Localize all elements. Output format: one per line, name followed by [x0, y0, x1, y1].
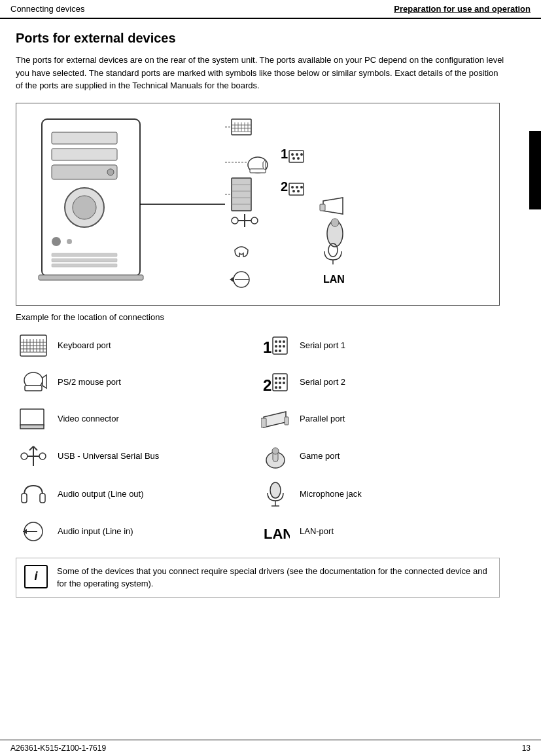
svg-rect-98 — [20, 425, 44, 429]
svg-point-31 — [292, 157, 295, 160]
svg-point-90 — [279, 377, 281, 380]
header: Connecting devices Preparation for use a… — [0, 0, 541, 19]
svg-text:2: 2 — [263, 376, 271, 394]
ps2-label: PS/2 mouse port — [58, 377, 121, 387]
icon-row-game: Game port — [258, 437, 500, 475]
svg-point-77 — [279, 340, 281, 343]
footer: A26361-K515-Z100-1-7619 13 — [0, 740, 541, 756]
svg-rect-34 — [289, 183, 304, 195]
svg-point-38 — [292, 190, 295, 192]
svg-point-113 — [270, 482, 281, 498]
header-right: Preparation for use and operation — [394, 4, 531, 14]
svg-point-76 — [275, 340, 277, 343]
svg-point-36 — [296, 186, 298, 189]
page-title: Ports for external devices — [16, 31, 525, 46]
svg-point-80 — [279, 345, 281, 348]
svg-rect-9 — [52, 253, 117, 257]
header-left: Connecting devices — [10, 4, 84, 14]
serial1-label: Serial port 1 — [300, 340, 345, 350]
lan-label: LAN-port — [300, 526, 334, 536]
icon-row-usb: USB - Universal Serial Bus — [16, 437, 258, 475]
svg-point-95 — [275, 386, 277, 389]
game-label: Game port — [300, 451, 340, 461]
svg-point-110 — [272, 448, 279, 454]
lan-icon: LAN — [258, 519, 293, 544]
mic-icon — [258, 480, 293, 509]
icon-row-ps2: PS/2 mouse port — [16, 364, 258, 401]
svg-point-32 — [297, 157, 300, 160]
svg-point-30 — [300, 153, 303, 156]
diagram-box: 1 2 — [16, 103, 500, 306]
video-label: Video connector — [58, 414, 119, 423]
keyboard-icon — [16, 334, 51, 357]
audio-out-icon — [16, 480, 51, 508]
svg-point-29 — [296, 153, 298, 156]
note-icon: i — [24, 565, 48, 588]
svg-point-105 — [39, 453, 46, 459]
svg-marker-86 — [43, 375, 46, 388]
usb-label: USB - Universal Serial Bus — [58, 451, 159, 461]
main-content: Ports for external devices The ports for… — [0, 19, 541, 740]
svg-rect-2 — [52, 149, 117, 160]
icons-section: Keyboard port 1 — [16, 327, 500, 550]
footer-right: 13 — [522, 744, 531, 753]
icon-row-parallel: Parallel port — [258, 401, 500, 437]
svg-rect-111 — [22, 494, 27, 503]
svg-point-28 — [291, 153, 294, 156]
diagram-caption: Example for the location of connections — [16, 312, 525, 322]
svg-rect-112 — [40, 494, 45, 503]
svg-text:1: 1 — [263, 338, 271, 356]
svg-marker-45 — [323, 198, 343, 214]
svg-rect-1 — [52, 132, 117, 144]
icon-row-serial2: 2 Serial port 2 — [258, 364, 500, 401]
svg-rect-11 — [52, 264, 117, 267]
svg-point-49 — [251, 217, 258, 224]
audio-in-label: Audio input (Line in) — [58, 526, 133, 536]
svg-rect-8 — [67, 239, 72, 244]
icon-row-keyboard: Keyboard port — [16, 327, 258, 364]
svg-point-104 — [21, 453, 27, 459]
icon-row-audio-out: Audio output (Line out) — [16, 475, 258, 513]
svg-point-48 — [232, 217, 238, 224]
ps2-icon — [16, 370, 51, 395]
svg-point-39 — [297, 190, 300, 192]
svg-text:LAN: LAN — [264, 526, 290, 542]
icon-row-audio-in: Audio input (Line in) — [16, 513, 258, 550]
svg-text:2: 2 — [281, 179, 288, 194]
svg-rect-24 — [250, 169, 266, 173]
svg-point-81 — [283, 345, 285, 348]
diagram-svg: 1 2 — [22, 106, 493, 302]
note-text: Some of the devices that you connect req… — [57, 565, 491, 590]
svg-rect-100 — [261, 418, 266, 427]
svg-point-89 — [275, 377, 277, 380]
svg-rect-27 — [289, 151, 304, 162]
icon-row-serial1: 1 Serial port 1 — [258, 327, 500, 364]
svg-point-37 — [300, 186, 303, 189]
svg-rect-46 — [320, 204, 325, 211]
icon-row-lan: LAN LAN-port — [258, 513, 500, 550]
svg-point-91 — [283, 377, 285, 380]
usb-icon — [16, 444, 51, 469]
svg-rect-97 — [20, 409, 44, 426]
keyboard-label: Keyboard port — [58, 340, 111, 350]
svg-point-4 — [107, 169, 114, 175]
parallel-icon — [258, 406, 293, 431]
svg-text:1: 1 — [281, 147, 288, 161]
svg-point-79 — [275, 345, 277, 348]
svg-rect-10 — [52, 259, 117, 262]
svg-rect-101 — [285, 417, 288, 425]
svg-point-94 — [283, 382, 285, 384]
mic-label: Microphone jack — [300, 489, 362, 499]
svg-point-52 — [331, 219, 339, 226]
svg-rect-7 — [52, 237, 61, 246]
svg-point-6 — [73, 196, 96, 219]
svg-point-96 — [279, 386, 281, 389]
audio-in-icon — [16, 519, 51, 544]
right-tab — [529, 131, 541, 209]
game-icon — [258, 442, 293, 471]
note-box: i Some of the devices that you connect r… — [16, 558, 500, 598]
serial2-label: Serial port 2 — [300, 377, 345, 387]
serial1-icon: 1 — [258, 334, 293, 357]
icon-row-video: Video connector — [16, 401, 258, 437]
svg-text:LAN: LAN — [323, 274, 345, 285]
